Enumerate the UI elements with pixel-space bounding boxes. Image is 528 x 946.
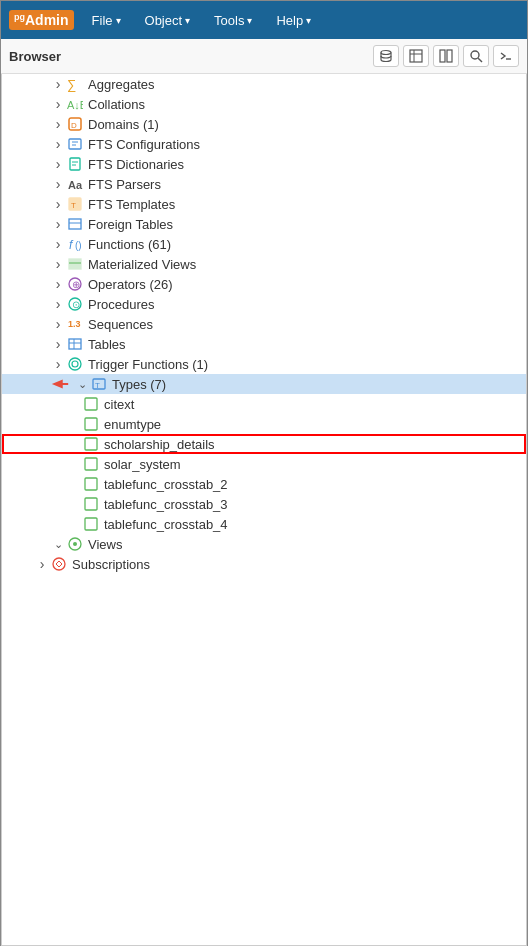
- nav-tools[interactable]: Tools ▾: [202, 5, 264, 36]
- chevron-icon[interactable]: ›: [50, 156, 66, 172]
- tree-item-fts-templates[interactable]: ›TFTS Templates: [2, 194, 526, 214]
- chevron-icon[interactable]: ›: [50, 356, 66, 372]
- tree-item-label: FTS Configurations: [88, 137, 200, 152]
- tree-item-types[interactable]: ⌄TTypes (7): [2, 374, 526, 394]
- svg-rect-13: [69, 139, 81, 149]
- svg-text:⊙: ⊙: [72, 299, 80, 310]
- chevron-icon[interactable]: ›: [50, 216, 66, 232]
- tree-item-label: Materialized Views: [88, 257, 196, 272]
- svg-point-49: [73, 542, 77, 546]
- chevron-icon[interactable]: ›: [50, 236, 66, 252]
- tree-item-scholarship_details[interactable]: scholarship_details: [2, 434, 526, 454]
- nav-object-arrow: ▾: [185, 15, 190, 26]
- svg-point-6: [471, 51, 479, 59]
- svg-rect-42: [85, 418, 97, 430]
- tree-item-solar_system[interactable]: solar_system: [2, 454, 526, 474]
- tree-item-procedures[interactable]: ›⊙Procedures: [2, 294, 526, 314]
- tree-item-aggregates[interactable]: ›∑Aggregates: [2, 74, 526, 94]
- svg-text:T: T: [71, 201, 76, 210]
- svg-text:∑: ∑: [67, 77, 76, 92]
- tree-item-collations[interactable]: ›A↓BCollations: [2, 94, 526, 114]
- tree-item-fts-configs[interactable]: ›FTS Configurations: [2, 134, 526, 154]
- tree-item-functions[interactable]: ›f()Functions (61): [2, 234, 526, 254]
- chevron-icon[interactable]: ›: [50, 256, 66, 272]
- fts-parsers-icon: Aa: [66, 176, 84, 192]
- red-arrow-icon: [50, 376, 70, 392]
- chevron-icon[interactable]: ›: [50, 176, 66, 192]
- tree-item-subscriptions[interactable]: ›Subscriptions: [2, 554, 526, 574]
- terminal-icon-btn[interactable]: [493, 45, 519, 67]
- tree-item-label: FTS Templates: [88, 197, 175, 212]
- tree-item-label: Domains (1): [88, 117, 159, 132]
- tree-item-label: Aggregates: [88, 77, 155, 92]
- tree-item-fts-dict[interactable]: ›FTS Dictionaries: [2, 154, 526, 174]
- app-container: pgAdmin File ▾ Object ▾ Tools ▾ Help ▾ B…: [0, 0, 528, 946]
- tree-item-enumtype[interactable]: enumtype: [2, 414, 526, 434]
- db-icon-btn[interactable]: [373, 45, 399, 67]
- table-icon: [409, 49, 423, 63]
- chevron-icon[interactable]: ›: [50, 316, 66, 332]
- tree-item-label: enumtype: [104, 417, 161, 432]
- chevron-icon[interactable]: ›: [50, 96, 66, 112]
- tree-item-foreign-tables[interactable]: ›Foreign Tables: [2, 214, 526, 234]
- tree-item-label: Trigger Functions (1): [88, 357, 208, 372]
- tree-item-sequences[interactable]: ›1.3Sequences: [2, 314, 526, 334]
- tree-item-materialized-views[interactable]: ›Materialized Views: [2, 254, 526, 274]
- logo-box: pgAdmin: [9, 10, 74, 30]
- mat-views-icon: [66, 256, 84, 272]
- nav-file-arrow: ▾: [116, 15, 121, 26]
- svg-marker-38: [52, 379, 68, 388]
- tables-icon: [66, 336, 84, 352]
- svg-text:⊕: ⊕: [72, 279, 80, 290]
- nav-menu: File ▾ Object ▾ Tools ▾ Help ▾: [80, 5, 324, 36]
- tree-item-tablefunc_crosstab_2[interactable]: tablefunc_crosstab_2: [2, 474, 526, 494]
- nav-help[interactable]: Help ▾: [264, 5, 323, 36]
- table-icon-btn[interactable]: [403, 45, 429, 67]
- chevron-icon[interactable]: ›: [34, 556, 50, 572]
- columns-icon: [439, 49, 453, 63]
- tree-item-label: citext: [104, 397, 134, 412]
- chevron-icon[interactable]: ›: [50, 136, 66, 152]
- chevron-icon[interactable]: ⌄: [74, 378, 90, 391]
- tree-item-label: Sequences: [88, 317, 153, 332]
- tree-item-trigger-functions[interactable]: ›Trigger Functions (1): [2, 354, 526, 374]
- nav-file[interactable]: File ▾: [80, 5, 133, 36]
- svg-text:1.3: 1.3: [68, 319, 81, 329]
- chevron-icon[interactable]: ›: [50, 296, 66, 312]
- fts-templates-icon: T: [66, 196, 84, 212]
- tree-item-tablefunc_crosstab_4[interactable]: tablefunc_crosstab_4: [2, 514, 526, 534]
- columns-icon-btn[interactable]: [433, 45, 459, 67]
- svg-text:f: f: [69, 238, 74, 252]
- tree-item-tables[interactable]: ›Tables: [2, 334, 526, 354]
- tree-item-views[interactable]: ⌄Views: [2, 534, 526, 554]
- tree-container[interactable]: ›∑Aggregates›A↓BCollations›DDomains (1)›…: [1, 74, 527, 946]
- tree-item-tablefunc_crosstab_3[interactable]: tablefunc_crosstab_3: [2, 494, 526, 514]
- tree-item-fts-parsers[interactable]: ›AaFTS Parsers: [2, 174, 526, 194]
- chevron-icon[interactable]: ›: [50, 276, 66, 292]
- tree-item-label: Procedures: [88, 297, 154, 312]
- chevron-icon[interactable]: ›: [50, 116, 66, 132]
- collations-icon: A↓B: [66, 96, 84, 112]
- svg-point-36: [69, 358, 81, 370]
- fts-config-icon: [66, 136, 84, 152]
- chevron-icon[interactable]: ›: [50, 196, 66, 212]
- fts-dict-icon: [66, 156, 84, 172]
- chevron-icon[interactable]: ›: [50, 76, 66, 92]
- tree-item-label: tablefunc_crosstab_2: [104, 477, 228, 492]
- types-icon: T: [90, 376, 108, 392]
- tree-item-citext[interactable]: citext: [2, 394, 526, 414]
- tree-item-domains[interactable]: ›DDomains (1): [2, 114, 526, 134]
- nav-object[interactable]: Object ▾: [133, 5, 203, 36]
- tree-item-operators[interactable]: ›⊕Operators (26): [2, 274, 526, 294]
- chevron-icon[interactable]: ⌄: [50, 538, 66, 551]
- aggregates-icon: ∑: [66, 76, 84, 92]
- tree-item-label: tablefunc_crosstab_3: [104, 497, 228, 512]
- svg-point-50: [53, 558, 65, 570]
- subscriptions-icon: [50, 556, 68, 572]
- svg-rect-26: [69, 259, 81, 269]
- logo: pgAdmin: [9, 10, 78, 30]
- chevron-icon[interactable]: ›: [50, 336, 66, 352]
- search-icon-btn[interactable]: [463, 45, 489, 67]
- sequences-icon: 1.3: [66, 316, 84, 332]
- svg-rect-47: [85, 518, 97, 530]
